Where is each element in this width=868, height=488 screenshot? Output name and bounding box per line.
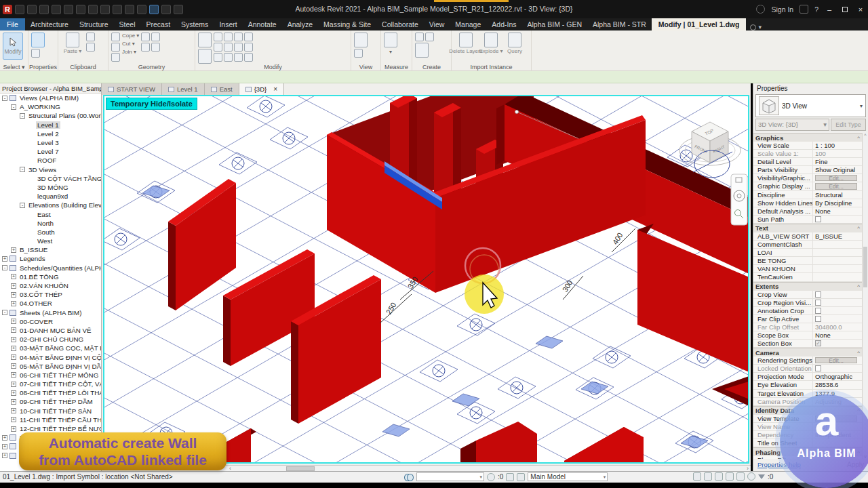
property-value[interactable]: 1 : 100 — [813, 142, 862, 149]
help-icon[interactable]: ? — [814, 5, 818, 14]
tree-expander[interactable]: + — [11, 247, 16, 253]
tree-expander[interactable]: + — [11, 390, 16, 396]
collapse-icon[interactable]: ^ — [857, 135, 860, 141]
join-icon[interactable] — [111, 53, 120, 62]
edit-button[interactable]: Edit... — [815, 357, 857, 363]
property-value[interactable]: None — [813, 207, 862, 215]
tab-contextual-modify[interactable]: Modify | 01_Level 1.dwg — [652, 18, 747, 30]
properties-icon[interactable] — [31, 33, 45, 47]
tree-item[interactable]: +B_ISSUE — [0, 245, 101, 254]
measure-icon[interactable] — [100, 5, 110, 14]
project-browser-title[interactable]: Project Browser - Alpha BIM_Sample M... — [0, 83, 101, 94]
property-value[interactable]: 100 — [813, 150, 862, 157]
tab-analyze[interactable]: Analyze — [282, 18, 318, 30]
section-header-graphics[interactable]: Graphics^ — [753, 133, 862, 142]
column-marker[interactable] — [382, 424, 410, 436]
press-drag-icon[interactable] — [726, 472, 734, 481]
tab-steel[interactable]: Steel — [114, 18, 141, 30]
section-header-camera[interactable]: Camera^ — [753, 348, 862, 357]
tree-item[interactable]: East — [0, 209, 101, 218]
property-value[interactable] — [813, 257, 862, 264]
tree-item[interactable]: South — [0, 228, 101, 237]
tree-expander[interactable]: + — [11, 283, 16, 289]
hide-icon[interactable] — [354, 33, 368, 47]
tree-expander[interactable]: + — [11, 399, 16, 405]
tab-view[interactable]: View — [424, 18, 450, 30]
tree-item[interactable]: -A_WORKING — [0, 102, 101, 111]
tree-expander[interactable]: + — [2, 453, 7, 458]
undo-icon[interactable] — [64, 5, 73, 14]
sync-with-central-icon[interactable] — [52, 5, 61, 14]
tab-massing-site[interactable]: Massing & Site — [318, 18, 376, 30]
default-3d-view-icon[interactable] — [125, 5, 134, 14]
measure-icon[interactable] — [384, 33, 397, 47]
split-icon[interactable] — [224, 53, 233, 62]
move-icon[interactable] — [198, 33, 212, 47]
unpin-icon[interactable] — [244, 43, 253, 52]
wall-slab1-side[interactable] — [168, 222, 176, 310]
tab-systems[interactable]: Systems — [176, 18, 214, 30]
tab-precast[interactable]: Precast — [141, 18, 176, 30]
tree-expander[interactable]: + — [11, 292, 16, 298]
property-value[interactable]: None — [813, 331, 862, 339]
tree-item[interactable]: Level 1 — [0, 121, 101, 129]
tree-expander[interactable]: + — [2, 256, 7, 262]
property-value[interactable]: 28538.6 — [813, 381, 862, 388]
tree-item[interactable]: +02-GHI CHÚ CHUNG — [0, 335, 101, 344]
dimension-400[interactable]: 400 — [611, 231, 625, 246]
tree-item[interactable]: -Views (ALPHA BIM) — [0, 94, 101, 102]
tree-item[interactable]: +01.BÊ TÔNG — [0, 272, 101, 281]
demolish-icon[interactable] — [151, 43, 160, 52]
wall-slab3-side[interactable] — [291, 321, 298, 424]
save-icon[interactable] — [39, 5, 49, 14]
tree-expander[interactable]: + — [11, 337, 16, 342]
tree-expander[interactable]: + — [11, 301, 16, 306]
family-types-icon[interactable] — [31, 49, 40, 58]
wall-bottom2-face[interactable] — [564, 427, 644, 464]
checkbox[interactable] — [815, 365, 821, 371]
create-assembly-icon[interactable] — [415, 43, 429, 58]
copy-move-icon[interactable] — [244, 33, 253, 41]
tree-expander[interactable]: + — [11, 274, 16, 279]
tree-expander[interactable]: + — [11, 319, 16, 324]
offset-icon[interactable] — [224, 33, 233, 41]
tree-item[interactable]: +04-MẶT BẰNG ĐỊNH VỊ CỘT, LÕI — [0, 352, 101, 361]
tree-item[interactable]: +Legends — [0, 254, 101, 263]
delete-layers-icon[interactable] — [459, 33, 473, 47]
column-marker[interactable] — [681, 436, 708, 448]
canvas-3d-view[interactable]: 350 250 300 400 TOP FRONT RIGHT — [103, 95, 749, 464]
tree-item[interactable]: +11-CHI TIẾT THÉP CẦU THANG, R — [0, 415, 101, 424]
property-value[interactable]: 304800.0 — [813, 323, 862, 331]
tree-expander[interactable]: - — [2, 310, 7, 315]
tree-item[interactable]: +09-CHI TIẾT THÉP DẦM — [0, 397, 101, 406]
properties-scrollbar[interactable]: ^ v — [862, 133, 868, 459]
tab-file[interactable]: File — [0, 18, 25, 30]
tree-item[interactable]: North — [0, 219, 101, 228]
tree-item[interactable]: +05-MẶT BẰNG ĐỊNH VỊ DẦM SÀN — [0, 362, 101, 371]
workset-dropdown[interactable]: ▾ — [416, 472, 484, 481]
exclude-options-icon[interactable] — [715, 472, 723, 481]
caret-down-icon[interactable]: ▾ — [758, 24, 762, 30]
tree-expander[interactable]: + — [11, 417, 16, 422]
tree-expander[interactable]: + — [11, 327, 16, 333]
tree-item[interactable]: ROOF — [0, 156, 101, 165]
tree-item[interactable]: -Structural Plans (00.Working — [0, 111, 101, 120]
property-value[interactable]: By Discipline — [813, 199, 862, 207]
section-header-text[interactable]: Text^ — [753, 224, 862, 232]
filter-icon[interactable] — [758, 474, 765, 479]
sign-in-button[interactable]: Sign In — [771, 5, 793, 14]
edit-type-button[interactable]: Edit Type — [831, 119, 866, 131]
tab-alpha-bim-str[interactable]: Alpha BIM - STR — [587, 18, 652, 30]
tree-item[interactable]: -Sheets (ALPHA BIM) — [0, 308, 101, 317]
restore-button[interactable] — [840, 5, 850, 14]
tree-expander[interactable]: - — [2, 96, 7, 101]
checkbox[interactable]: ✓ — [815, 340, 821, 346]
search-icon[interactable] — [756, 5, 765, 14]
property-value[interactable] — [813, 249, 862, 256]
checkbox[interactable] — [815, 291, 821, 298]
query-icon[interactable] — [508, 33, 521, 47]
worksharing-display-icon[interactable] — [693, 472, 701, 481]
paste-icon[interactable] — [66, 33, 79, 47]
property-value[interactable]: Show Original — [813, 166, 862, 174]
modify-tool-button[interactable]: Modify — [3, 33, 23, 60]
